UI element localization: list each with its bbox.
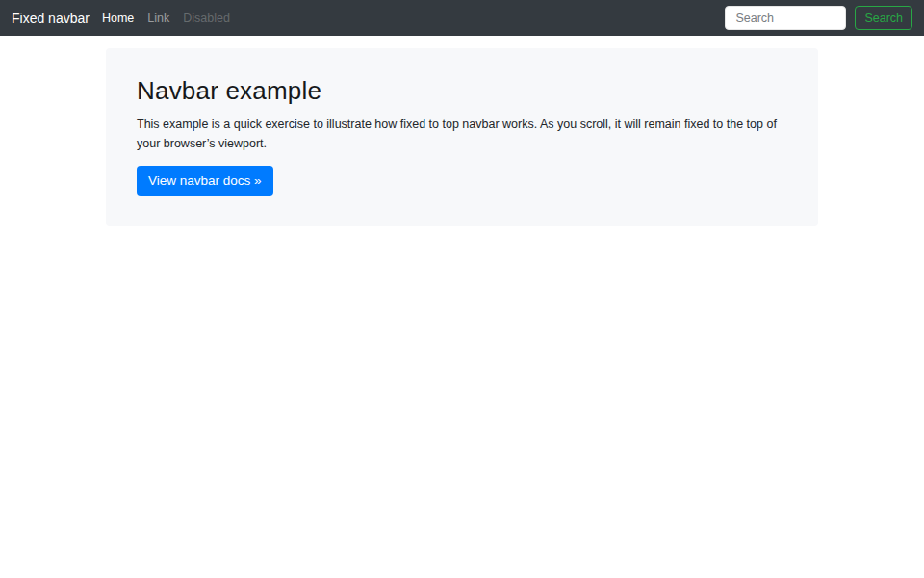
nav-item-home[interactable]: Home	[95, 12, 141, 25]
top-navbar: Fixed navbar Home Link Disabled Search	[0, 0, 924, 36]
search-input[interactable]	[725, 6, 846, 30]
view-navbar-docs-button[interactable]: View navbar docs »	[137, 166, 273, 196]
nav-item-disabled: Disabled	[176, 12, 237, 25]
page-title: Navbar example	[137, 76, 787, 106]
page-description: This example is a quick exercise to illu…	[137, 115, 787, 153]
navbar-search-form: Search	[725, 6, 912, 30]
navbar-brand[interactable]: Fixed navbar	[12, 11, 90, 26]
nav-item-link[interactable]: Link	[141, 12, 176, 25]
main-container: Navbar example This example is a quick e…	[106, 48, 818, 226]
search-button[interactable]: Search	[855, 6, 912, 30]
jumbotron-panel: Navbar example This example is a quick e…	[106, 48, 818, 226]
navbar-nav: Home Link Disabled	[95, 12, 237, 25]
